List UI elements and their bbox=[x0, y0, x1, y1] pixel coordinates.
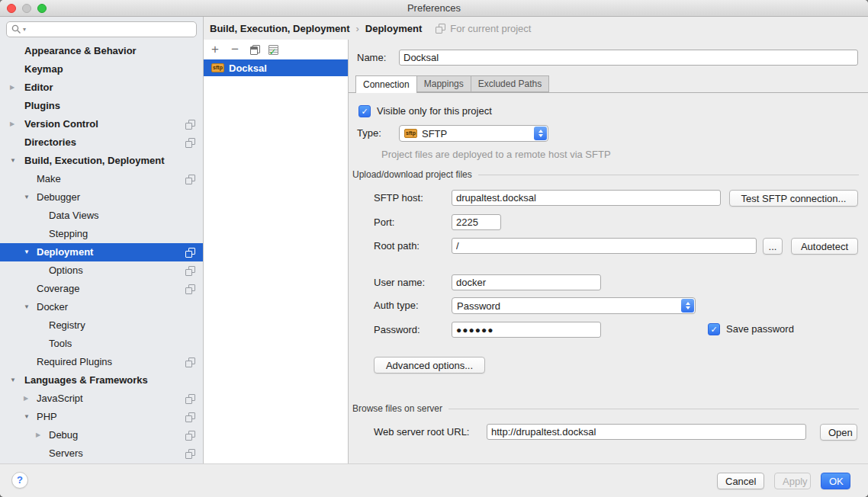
sidebar-item-label: Make bbox=[37, 173, 61, 184]
sftp-host-label: SFTP host: bbox=[374, 190, 423, 207]
sidebar-item-tools[interactable]: Tools bbox=[0, 335, 203, 353]
cancel-button[interactable]: Cancel bbox=[717, 473, 764, 489]
tab-mappings[interactable]: Mappings bbox=[417, 75, 471, 92]
footer-bar: ? Cancel Apply OK bbox=[0, 463, 868, 497]
sidebar-item-php[interactable]: ▼PHP bbox=[0, 408, 203, 426]
auth-type-select[interactable]: Password bbox=[452, 297, 696, 314]
visible-only-label[interactable]: Visible only for this project bbox=[377, 104, 492, 118]
shared-settings-icon bbox=[185, 175, 195, 184]
chevron-down-icon[interactable]: ▼ bbox=[10, 371, 16, 390]
autodetect-button[interactable]: Autodetect bbox=[791, 238, 858, 255]
chevron-right-icon[interactable]: ▶ bbox=[10, 115, 14, 133]
sidebar-item-make[interactable]: Make bbox=[0, 170, 203, 188]
browse-root-path-button[interactable]: ... bbox=[763, 238, 783, 255]
type-select[interactable]: sftp SFTP bbox=[399, 125, 548, 142]
sidebar-item-editor[interactable]: ▶Editor bbox=[0, 79, 203, 97]
sidebar-item-servers[interactable]: Servers bbox=[0, 444, 203, 463]
breadcrumb-page[interactable]: Deployment bbox=[365, 23, 422, 34]
sidebar-item-label: Coverage bbox=[37, 283, 79, 294]
port-label: Port: bbox=[374, 214, 394, 231]
sftp-file-icon: sftp bbox=[404, 129, 417, 138]
sidebar-item-debug[interactable]: ▶Debug bbox=[0, 426, 203, 444]
chevron-down-icon[interactable]: ▼ bbox=[24, 408, 30, 426]
sidebar-item-appearance-behavior[interactable]: Appearance & Behavior bbox=[0, 42, 203, 60]
sidebar-item-deployment[interactable]: ▼Deployment bbox=[0, 243, 203, 261]
sidebar-item-version-control[interactable]: ▶Version Control bbox=[0, 115, 203, 133]
sftp-host-input[interactable] bbox=[452, 190, 721, 206]
chevron-right-icon[interactable]: ▶ bbox=[24, 390, 28, 408]
save-password-label[interactable]: Save password bbox=[726, 322, 794, 336]
sidebar-item-label: Servers bbox=[49, 447, 83, 459]
settings-sidebar: ▾ Appearance & BehaviorKeymap▶EditorPlug… bbox=[0, 17, 204, 463]
shared-settings-icon bbox=[185, 449, 195, 459]
browse-section-header: Browse files on server bbox=[352, 403, 859, 414]
add-server-button[interactable]: + bbox=[207, 42, 223, 57]
sidebar-item-data-views[interactable]: Data Views bbox=[0, 207, 203, 225]
sidebar-item-options[interactable]: Options bbox=[0, 261, 203, 280]
server-list-item[interactable]: sftp Docksal bbox=[204, 59, 348, 76]
help-button[interactable]: ? bbox=[11, 472, 28, 489]
user-name-label: User name: bbox=[374, 274, 425, 291]
chevron-down-icon[interactable]: ▼ bbox=[24, 243, 30, 261]
section-divider bbox=[478, 175, 859, 175]
tab-connection[interactable]: Connection bbox=[355, 75, 417, 93]
web-root-input[interactable] bbox=[487, 424, 806, 440]
use-as-default-button[interactable] bbox=[265, 42, 281, 57]
chevron-down-icon[interactable]: ▼ bbox=[24, 188, 30, 207]
sidebar-item-label: PHP bbox=[37, 411, 57, 422]
sidebar-item-registry[interactable]: Registry bbox=[0, 316, 203, 335]
root-path-label: Root path: bbox=[374, 238, 420, 255]
type-select-value: SFTP bbox=[422, 128, 447, 139]
root-path-input[interactable] bbox=[452, 238, 757, 254]
sidebar-item-languages-frameworks[interactable]: ▼Languages & Frameworks bbox=[0, 371, 203, 390]
breadcrumb-section[interactable]: Build, Execution, Deployment bbox=[210, 23, 349, 34]
save-password-checkbox[interactable] bbox=[708, 323, 720, 335]
password-input[interactable] bbox=[452, 322, 601, 338]
upload-section-label: Upload/download project files bbox=[352, 169, 472, 180]
test-connection-button[interactable]: Test SFTP connection... bbox=[729, 190, 858, 207]
sidebar-item-stepping[interactable]: Stepping bbox=[0, 225, 203, 243]
visible-only-checkbox[interactable] bbox=[358, 105, 371, 117]
name-input[interactable] bbox=[399, 50, 858, 66]
sidebar-item-keymap[interactable]: Keymap bbox=[0, 60, 203, 79]
chevron-down-icon[interactable]: ▼ bbox=[10, 152, 16, 170]
sidebar-item-required-plugins[interactable]: Required Plugins bbox=[0, 353, 203, 371]
shared-settings-icon bbox=[185, 431, 195, 441]
sidebar-item-label: Languages & Frameworks bbox=[24, 374, 148, 386]
chevron-right-icon[interactable]: ▶ bbox=[36, 426, 40, 444]
search-options-chevron-icon[interactable]: ▾ bbox=[23, 26, 26, 34]
tab-excluded-paths[interactable]: Excluded Paths bbox=[471, 75, 549, 92]
apply-button[interactable]: Apply bbox=[774, 473, 811, 489]
ok-button[interactable]: OK bbox=[821, 473, 850, 489]
select-stepper-icon[interactable] bbox=[534, 127, 547, 140]
remove-server-button[interactable]: − bbox=[227, 42, 243, 57]
header-strip: Build, Execution, Deployment › Deploymen… bbox=[204, 17, 868, 40]
minus-icon: − bbox=[231, 42, 239, 57]
sidebar-item-label: Registry bbox=[49, 319, 85, 331]
tab-bar: Connection Mappings Excluded Paths bbox=[355, 75, 549, 93]
sidebar-item-label: Editor bbox=[24, 82, 53, 93]
chevron-right-icon[interactable]: ▶ bbox=[10, 79, 14, 97]
sidebar-item-label: Build, Execution, Deployment bbox=[24, 155, 164, 166]
sidebar-item-directories[interactable]: Directories bbox=[0, 133, 203, 152]
sidebar-item-plugins[interactable]: Plugins bbox=[0, 97, 203, 115]
sidebar-item-coverage[interactable]: Coverage bbox=[0, 280, 203, 298]
port-input[interactable] bbox=[452, 214, 501, 230]
copy-server-button[interactable] bbox=[246, 42, 263, 57]
search-box[interactable]: ▾ bbox=[6, 21, 197, 37]
user-name-input[interactable] bbox=[452, 274, 601, 290]
sidebar-item-label: Tools bbox=[49, 338, 72, 349]
sidebar-item-label: Appearance & Behavior bbox=[24, 45, 137, 56]
advanced-options-button[interactable]: Advanced options... bbox=[374, 357, 485, 374]
search-input[interactable] bbox=[27, 23, 191, 36]
select-stepper-icon[interactable] bbox=[681, 299, 694, 313]
chevron-down-icon[interactable]: ▼ bbox=[24, 298, 30, 316]
sidebar-item-javascript[interactable]: ▶JavaScript bbox=[0, 390, 203, 408]
open-button[interactable]: Open bbox=[820, 424, 857, 441]
sidebar-item-build-execution-deployment[interactable]: ▼Build, Execution, Deployment bbox=[0, 152, 203, 170]
use-as-default-icon bbox=[268, 45, 278, 55]
sidebar-item-debugger[interactable]: ▼Debugger bbox=[0, 188, 203, 207]
sidebar-item-label: Debug bbox=[49, 429, 78, 441]
sidebar-item-docker[interactable]: ▼Docker bbox=[0, 298, 203, 316]
sidebar-item-label: Required Plugins bbox=[37, 356, 112, 367]
